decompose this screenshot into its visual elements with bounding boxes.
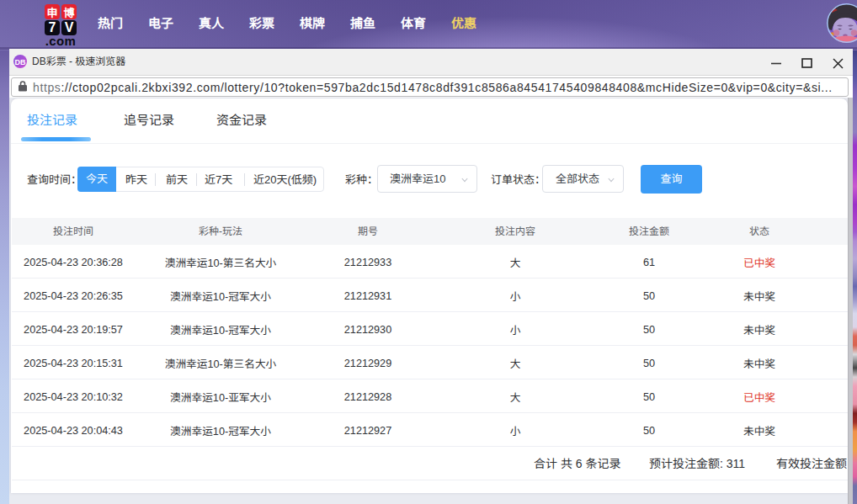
svg-text:DB: DB <box>15 58 26 66</box>
